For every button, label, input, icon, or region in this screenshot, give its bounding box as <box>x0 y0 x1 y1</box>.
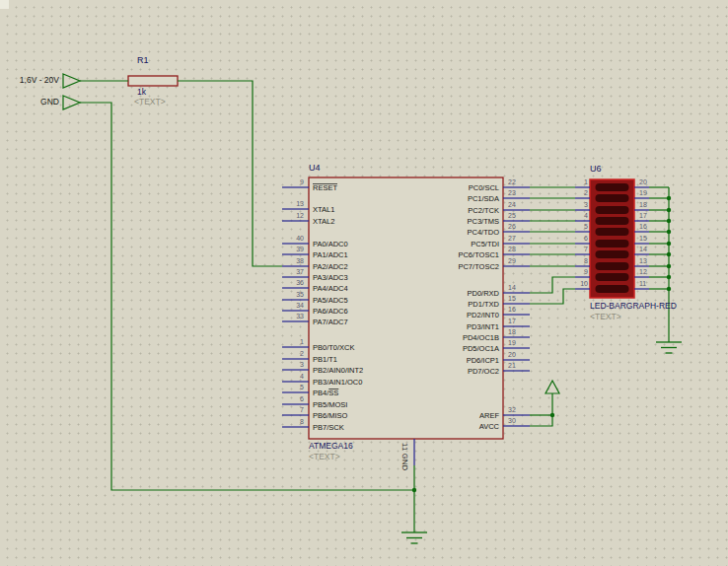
u4-pin-number: 18 <box>508 328 516 335</box>
led-segment <box>596 206 629 214</box>
u6-pin-number: 5 <box>584 223 588 230</box>
led-segment <box>596 240 629 248</box>
u4-pin-name: PD0/RXD <box>467 289 499 298</box>
schematic-layer: 9RESET13XTAL112XTAL240PA0/ADC039PA1/ADC1… <box>0 0 728 566</box>
u4-pin-name: PA5/ADC5 <box>313 296 348 305</box>
junction-dot <box>667 208 671 212</box>
u4-pin-name: AREF <box>479 411 499 420</box>
u6-pin-number: 12 <box>639 268 647 275</box>
input-terminal-icon[interactable] <box>63 74 80 88</box>
u4-pin-name: RESET <box>313 183 337 192</box>
u4-pin-number: 37 <box>296 268 304 275</box>
u4-pin-number: 26 <box>508 223 516 230</box>
u4-pin-number: 14 <box>508 284 516 291</box>
u6-text-placeholder: <TEXT> <box>590 313 621 321</box>
u4-pin-name: PD2/INT0 <box>467 311 499 319</box>
r1-text-placeholder: <TEXT> <box>134 98 166 106</box>
u4-pin-name: PC6/TOSC1 <box>458 250 499 259</box>
sheet-origin-marker <box>0 0 9 9</box>
u4-pin-name: PB5/MOSI <box>313 400 347 409</box>
u4-pin-name: PA0/ADC0 <box>313 240 348 248</box>
junction-dot <box>667 219 671 223</box>
u4-bottom-pin-number: 11 <box>400 443 409 451</box>
u6-pin-number: 8 <box>584 257 588 264</box>
led-segment <box>596 183 629 191</box>
u4-pin-number: 25 <box>508 212 516 219</box>
wire-r1-to-port-a[interactable] <box>178 81 282 266</box>
u4-pin-name: PC0/SCL <box>469 183 499 192</box>
u4-pin-number: 27 <box>508 235 516 242</box>
u4-pin-number: 30 <box>508 417 516 424</box>
u4-text-placeholder: <TEXT> <box>309 453 340 461</box>
u6-pin-number: 4 <box>584 212 588 219</box>
u6-pin-number: 20 <box>639 178 647 185</box>
schematic-canvas[interactable]: 9RESET13XTAL112XTAL240PA0/ADC039PA1/ADC1… <box>0 0 728 566</box>
u4-pin-number: 1 <box>300 338 304 345</box>
u4-pin-name: PA4/ADC4 <box>313 284 348 293</box>
u4-pin-number: 21 <box>508 362 516 369</box>
u6-pin-number: 2 <box>584 189 588 196</box>
u6-pin-number: 13 <box>639 257 647 264</box>
u4-pin-number: 13 <box>296 200 304 207</box>
junction-dot <box>667 275 671 279</box>
u6-pin-number: 18 <box>639 201 647 208</box>
u4-bottom-pin-label: 11 GND <box>400 443 408 470</box>
junction-dot <box>667 287 671 291</box>
u4-pin-number: 33 <box>296 313 304 319</box>
u4-pin-name: PA3/ADC3 <box>313 273 348 282</box>
u4-pin-number: 8 <box>300 418 304 425</box>
u4-pin-number: 32 <box>508 406 516 413</box>
u6-pin-number: 19 <box>639 189 647 196</box>
u4-pin-number: 7 <box>300 406 304 413</box>
u4-pin-name: PC5/TDI <box>471 240 499 248</box>
u4-pin-number: 16 <box>508 306 516 313</box>
u4-pin-name: XTAL1 <box>313 205 334 214</box>
u4-pin-name: PD7/OC2 <box>468 367 499 376</box>
u4-bottom-pin-name: GND <box>400 454 409 471</box>
u4-pin-name: PA1/ADC1 <box>313 250 348 259</box>
u6-pin-number: 11 <box>639 280 646 287</box>
led-segment <box>596 217 629 225</box>
junction-dot <box>667 230 671 234</box>
u4-pin-number: 40 <box>296 235 304 242</box>
u6-pin-number: 6 <box>584 235 588 242</box>
led-segment <box>596 285 629 293</box>
u6-pin-number: 7 <box>584 246 588 252</box>
power-terminal-icon[interactable] <box>546 381 559 393</box>
u6-ref: U6 <box>590 165 602 175</box>
u4-pin-name: PD6/ICP1 <box>467 356 499 365</box>
input-terminal-label: 1,6V - 20V <box>0 76 59 85</box>
junction-dot <box>412 488 416 492</box>
u4-pin-number: 6 <box>300 395 304 402</box>
u4-pin-name: PB2/AIN0/INT2 <box>313 366 363 375</box>
u4-pin-number: 3 <box>300 361 304 368</box>
u4-pin-number: 2 <box>300 350 304 357</box>
u4-pin-name: PC4/TDO <box>467 228 499 237</box>
junction-dot <box>667 252 671 256</box>
u4-pin-name: PB4/SS <box>313 389 338 397</box>
gnd-terminal-icon[interactable] <box>63 96 80 109</box>
u4-pin-name: PB1/T1 <box>313 355 337 364</box>
led-segment <box>596 250 629 258</box>
u4-value: ATMEGA16 <box>309 442 353 451</box>
u4-pin-name: XTAL2 <box>313 217 334 226</box>
u4-ref: U4 <box>309 164 321 174</box>
u4-pin-name: PC3/TMS <box>467 217 499 226</box>
u4-pin-number: 17 <box>508 318 516 324</box>
u4-pin-name: PD5/OC1A <box>463 344 499 353</box>
u4-pin-name: PB0/T0/XCK <box>313 343 355 352</box>
u4-pin-name: PC1/SDA <box>468 194 499 203</box>
u4-pin-number: 15 <box>508 295 516 302</box>
u4-pin-name: PD1/TXD <box>468 300 499 309</box>
r1-body[interactable] <box>128 76 178 86</box>
u6-pin-number: 17 <box>639 212 647 219</box>
u4-pin-number: 22 <box>508 178 516 185</box>
u4-pin-number: 23 <box>508 189 516 196</box>
u6-pin-number: 14 <box>639 246 647 252</box>
wire-pd0-to-bargraph[interactable] <box>530 277 575 293</box>
u4-pin-name: PB7/SCK <box>313 423 344 432</box>
u4-pin-number: 39 <box>296 246 304 252</box>
wire-avcc-to-power[interactable] <box>530 393 552 426</box>
u4-pin-number: 36 <box>296 279 304 286</box>
u4-pin-number: 35 <box>296 291 304 298</box>
